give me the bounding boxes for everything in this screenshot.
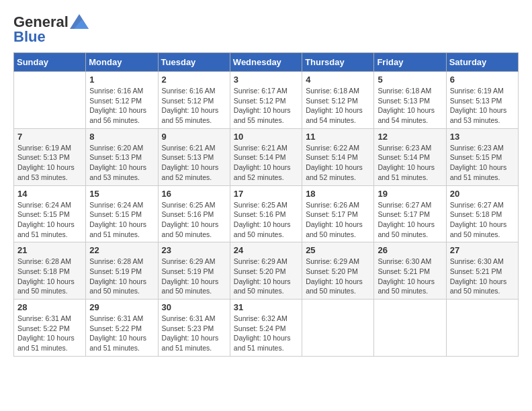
logo-blue: Blue: [13, 28, 46, 46]
calendar-week-row: 28Sunrise: 6:31 AM Sunset: 5:22 PM Dayli…: [14, 300, 519, 357]
day-info: Sunrise: 6:21 AM Sunset: 5:13 PM Dayligh…: [162, 143, 226, 183]
day-info: Sunrise: 6:28 AM Sunset: 5:18 PM Dayligh…: [17, 257, 82, 296]
day-number: 26: [378, 245, 442, 255]
day-info: Sunrise: 6:27 AM Sunset: 5:17 PM Dayligh…: [378, 200, 442, 240]
day-number: 14: [17, 189, 82, 199]
day-info: Sunrise: 6:23 AM Sunset: 5:15 PM Dayligh…: [450, 143, 515, 183]
day-number: 24: [234, 245, 298, 255]
day-number: 30: [162, 302, 226, 312]
weekday-header: Monday: [86, 53, 158, 72]
calendar-cell: 29Sunrise: 6:31 AM Sunset: 5:22 PM Dayli…: [86, 300, 158, 357]
day-number: 22: [89, 245, 154, 255]
weekday-header: Saturday: [446, 53, 518, 72]
weekday-header: Tuesday: [158, 53, 230, 72]
calendar-cell: 17Sunrise: 6:25 AM Sunset: 5:16 PM Dayli…: [230, 185, 302, 242]
calendar-week-row: 21Sunrise: 6:28 AM Sunset: 5:18 PM Dayli…: [14, 242, 519, 300]
calendar-cell: [374, 300, 446, 357]
calendar-cell: 14Sunrise: 6:24 AM Sunset: 5:15 PM Dayli…: [14, 185, 86, 242]
calendar-cell: 1Sunrise: 6:16 AM Sunset: 5:12 PM Daylig…: [86, 72, 158, 129]
calendar-cell: 23Sunrise: 6:29 AM Sunset: 5:19 PM Dayli…: [158, 242, 230, 300]
day-info: Sunrise: 6:16 AM Sunset: 5:12 PM Dayligh…: [89, 86, 154, 126]
calendar-cell: 13Sunrise: 6:23 AM Sunset: 5:15 PM Dayli…: [446, 128, 518, 185]
calendar-cell: 9Sunrise: 6:21 AM Sunset: 5:13 PM Daylig…: [158, 128, 230, 185]
day-info: Sunrise: 6:19 AM Sunset: 5:13 PM Dayligh…: [450, 86, 515, 126]
day-number: 23: [162, 245, 226, 255]
day-number: 8: [89, 132, 154, 142]
day-info: Sunrise: 6:20 AM Sunset: 5:13 PM Dayligh…: [89, 143, 154, 183]
calendar-cell: 6Sunrise: 6:19 AM Sunset: 5:13 PM Daylig…: [446, 72, 518, 129]
day-info: Sunrise: 6:17 AM Sunset: 5:12 PM Dayligh…: [234, 86, 298, 126]
day-number: 16: [162, 189, 226, 199]
calendar-cell: 7Sunrise: 6:19 AM Sunset: 5:13 PM Daylig…: [14, 128, 86, 185]
calendar-cell: 12Sunrise: 6:23 AM Sunset: 5:14 PM Dayli…: [374, 128, 446, 185]
day-number: 18: [306, 189, 370, 199]
day-number: 3: [234, 75, 298, 85]
day-info: Sunrise: 6:24 AM Sunset: 5:15 PM Dayligh…: [89, 200, 154, 240]
day-info: Sunrise: 6:29 AM Sunset: 5:19 PM Dayligh…: [162, 257, 226, 296]
weekday-header: Thursday: [302, 53, 374, 72]
day-info: Sunrise: 6:30 AM Sunset: 5:21 PM Dayligh…: [450, 257, 515, 296]
calendar-cell: 28Sunrise: 6:31 AM Sunset: 5:22 PM Dayli…: [14, 300, 86, 357]
day-number: 25: [306, 245, 370, 255]
day-number: 13: [450, 132, 515, 142]
calendar-cell: 26Sunrise: 6:30 AM Sunset: 5:21 PM Dayli…: [374, 242, 446, 300]
day-number: 28: [17, 302, 82, 312]
day-number: 20: [450, 189, 515, 199]
day-number: 15: [89, 189, 154, 199]
day-info: Sunrise: 6:27 AM Sunset: 5:18 PM Dayligh…: [450, 200, 515, 240]
day-info: Sunrise: 6:28 AM Sunset: 5:19 PM Dayligh…: [89, 257, 154, 296]
day-number: 29: [89, 302, 154, 312]
day-number: 6: [450, 75, 515, 85]
logo: General Blue: [13, 13, 89, 46]
day-info: Sunrise: 6:29 AM Sunset: 5:20 PM Dayligh…: [306, 257, 370, 296]
day-number: 12: [378, 132, 442, 142]
calendar-cell: 15Sunrise: 6:24 AM Sunset: 5:15 PM Dayli…: [86, 185, 158, 242]
calendar-cell: [14, 72, 86, 129]
day-number: 5: [378, 75, 442, 85]
day-info: Sunrise: 6:29 AM Sunset: 5:20 PM Dayligh…: [234, 257, 298, 296]
day-info: Sunrise: 6:18 AM Sunset: 5:12 PM Dayligh…: [306, 86, 370, 126]
day-number: 31: [234, 302, 298, 312]
day-info: Sunrise: 6:22 AM Sunset: 5:14 PM Dayligh…: [306, 143, 370, 183]
day-number: 10: [234, 132, 298, 142]
day-number: 9: [162, 132, 226, 142]
calendar-cell: [446, 300, 518, 357]
day-info: Sunrise: 6:21 AM Sunset: 5:14 PM Dayligh…: [234, 143, 298, 183]
day-info: Sunrise: 6:32 AM Sunset: 5:24 PM Dayligh…: [234, 314, 298, 353]
day-info: Sunrise: 6:19 AM Sunset: 5:13 PM Dayligh…: [17, 143, 82, 183]
logo-icon: [70, 14, 89, 29]
calendar-cell: 24Sunrise: 6:29 AM Sunset: 5:20 PM Dayli…: [230, 242, 302, 300]
day-info: Sunrise: 6:25 AM Sunset: 5:16 PM Dayligh…: [162, 200, 226, 240]
calendar-week-row: 14Sunrise: 6:24 AM Sunset: 5:15 PM Dayli…: [14, 185, 519, 242]
weekday-header: Sunday: [14, 53, 86, 72]
day-info: Sunrise: 6:31 AM Sunset: 5:23 PM Dayligh…: [162, 314, 226, 353]
calendar-cell: 10Sunrise: 6:21 AM Sunset: 5:14 PM Dayli…: [230, 128, 302, 185]
calendar-cell: 25Sunrise: 6:29 AM Sunset: 5:20 PM Dayli…: [302, 242, 374, 300]
day-number: 27: [450, 245, 515, 255]
calendar-table: SundayMondayTuesdayWednesdayThursdayFrid…: [13, 52, 519, 357]
day-number: 2: [162, 75, 226, 85]
weekday-header-row: SundayMondayTuesdayWednesdayThursdayFrid…: [14, 53, 519, 72]
calendar-cell: 20Sunrise: 6:27 AM Sunset: 5:18 PM Dayli…: [446, 185, 518, 242]
calendar-cell: 30Sunrise: 6:31 AM Sunset: 5:23 PM Dayli…: [158, 300, 230, 357]
calendar-cell: 31Sunrise: 6:32 AM Sunset: 5:24 PM Dayli…: [230, 300, 302, 357]
day-number: 21: [17, 245, 82, 255]
day-info: Sunrise: 6:24 AM Sunset: 5:15 PM Dayligh…: [17, 200, 82, 240]
calendar-cell: [302, 300, 374, 357]
calendar-week-row: 7Sunrise: 6:19 AM Sunset: 5:13 PM Daylig…: [14, 128, 519, 185]
calendar-cell: 8Sunrise: 6:20 AM Sunset: 5:13 PM Daylig…: [86, 128, 158, 185]
calendar-cell: 22Sunrise: 6:28 AM Sunset: 5:19 PM Dayli…: [86, 242, 158, 300]
calendar-week-row: 1Sunrise: 6:16 AM Sunset: 5:12 PM Daylig…: [14, 72, 519, 129]
day-info: Sunrise: 6:30 AM Sunset: 5:21 PM Dayligh…: [378, 257, 442, 296]
day-number: 11: [306, 132, 370, 142]
calendar-cell: 2Sunrise: 6:16 AM Sunset: 5:12 PM Daylig…: [158, 72, 230, 129]
day-info: Sunrise: 6:18 AM Sunset: 5:13 PM Dayligh…: [378, 86, 442, 126]
calendar-cell: 3Sunrise: 6:17 AM Sunset: 5:12 PM Daylig…: [230, 72, 302, 129]
day-info: Sunrise: 6:31 AM Sunset: 5:22 PM Dayligh…: [89, 314, 154, 353]
calendar-cell: 21Sunrise: 6:28 AM Sunset: 5:18 PM Dayli…: [14, 242, 86, 300]
calendar-cell: 19Sunrise: 6:27 AM Sunset: 5:17 PM Dayli…: [374, 185, 446, 242]
day-number: 17: [234, 189, 298, 199]
calendar-cell: 11Sunrise: 6:22 AM Sunset: 5:14 PM Dayli…: [302, 128, 374, 185]
weekday-header: Friday: [374, 53, 446, 72]
calendar-cell: 27Sunrise: 6:30 AM Sunset: 5:21 PM Dayli…: [446, 242, 518, 300]
